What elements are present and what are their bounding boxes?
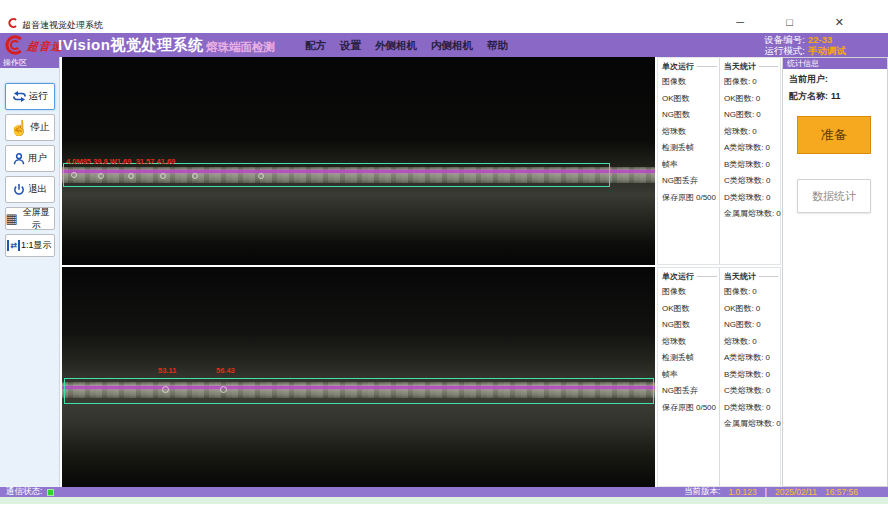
fullscreen-button-label: 全屏显示 [19,206,54,232]
device-number-label: 设备编号: [764,34,805,45]
stat-row: NG图数:0 [724,107,780,124]
stat-row: 图像数 [662,74,719,91]
stat-row: 检测丢帧 [662,350,719,367]
stat-row: 熔珠数 [662,334,719,351]
outer-camera-stats-panel: 单次运行 图像数OK图数NG图数熔珠数检测丢帧帧率NG图丢弃保存原图0/500 … [657,57,781,265]
window-titlebar: 超音速视觉处理系统 ─ □ ✕ [0,8,888,33]
measure-point-marker [71,172,77,178]
menu-item[interactable]: 内侧相机 [431,39,473,53]
recipe-name-value: 11 [831,91,841,101]
measure-point-marker [98,173,104,179]
one-to-one-button-label: 1:1显示 [21,239,52,252]
inner-camera-stats-panel: 单次运行 图像数OK图数NG图数熔珠数检测丢帧帧率NG图丢弃保存原图0/500 … [657,267,781,487]
today-stats-header: 当天统计 [724,61,780,72]
run-cycle-icon [12,89,27,104]
stat-row: 检测丢帧 [662,140,719,157]
recipe-name-row: 配方名称:11 [783,86,887,103]
stat-row: OK图数 [662,301,719,318]
info-panel-title: 统计信息 [783,58,887,69]
stat-row: 熔珠数 [662,124,719,141]
operation-sidebar: 操作区 运行 ☝ 停止 用户 退出 [0,57,60,487]
stat-row: 保存原图0/500 [662,400,719,417]
stat-row: C类熔珠数:0 [724,383,780,400]
time-value: 16:57:56 [825,487,858,497]
measure-point-marker [220,386,227,393]
inner-camera-viewport: 53.11 56.43 [62,267,655,487]
stat-row: NG图丢弃 [662,383,719,400]
menu-item[interactable]: 外侧相机 [375,39,417,53]
single-run-header: 单次运行 [662,271,719,282]
stat-row: A类熔珠数:0 [724,350,780,367]
stat-row: 帧率 [662,367,719,384]
power-icon [12,183,26,197]
fullscreen-grid-icon: ▦ [6,212,18,225]
stop-hand-icon: ☝ [10,120,29,135]
user-icon [12,152,26,166]
stat-row: 金属屑熔珠数:0 [724,416,780,433]
run-mode-value: 手动调试 [808,45,846,56]
sidebar-title: 操作区 [0,57,59,68]
menu-item[interactable]: 帮助 [487,39,508,53]
brand-logo-icon [3,35,24,55]
device-number-value: 22-33 [808,34,832,45]
stop-button-label: 停止 [30,121,49,134]
stat-row: C类熔珠数:0 [724,173,780,190]
measure-point-marker [162,386,169,393]
version-value: 1.0.123 [728,487,756,497]
minimize-button[interactable]: ─ [736,15,744,29]
fullscreen-button[interactable]: ▦ 全屏显示 [5,207,55,230]
menu-item[interactable]: 设置 [340,39,361,53]
info-panel: 统计信息 当前用户: 配方名称:11 准备 数据统计 [782,57,888,487]
stat-row: B类熔珠数:0 [724,157,780,174]
measurement-label: 53.11 [158,367,176,375]
menu-item[interactable]: 配方 [305,39,326,53]
one-to-one-button[interactable]: ⇄ 1:1显示 [5,234,55,257]
today-stats-header: 当天统计 [724,271,780,282]
comm-status-indicator [47,489,54,496]
date-value: 2025/02/11 [775,487,817,497]
stat-row: NG图数:0 [724,317,780,334]
device-info: 设备编号:22-33 运行模式:手动调试 [764,35,846,56]
desktop: 超音速视觉处理系统 ─ □ ✕ 超音速 IVision视觉处理系统 熔珠端面检测… [0,0,888,522]
stat-row: OK图数 [662,91,719,108]
stat-row: D类熔珠数:0 [724,190,780,207]
close-button[interactable]: ✕ [835,15,844,29]
app-logo-icon [7,18,18,28]
menu-bar: 配方设置外侧相机内侧相机帮助 [305,39,508,53]
run-button[interactable]: 运行 [5,83,55,110]
stat-row: 图像数:0 [724,74,780,91]
run-button-label: 运行 [29,90,48,103]
measure-point-marker [160,173,166,179]
maximize-button[interactable]: □ [786,15,793,29]
roi-rectangle [63,163,610,187]
prepare-button[interactable]: 准备 [797,116,871,154]
single-run-header: 单次运行 [662,61,719,72]
stat-row: NG图数 [662,107,719,124]
stat-row: NG图数 [662,317,719,334]
data-statistics-button[interactable]: 数据统计 [797,179,871,213]
page-title: IVision视觉处理系统 [58,36,203,55]
taskbar-edge [0,497,888,504]
stat-row: OK图数:0 [724,91,780,108]
stop-button[interactable]: ☝ 停止 [5,114,55,141]
stat-row: 保存原图0/500 [662,190,719,207]
measure-point-marker [128,173,134,179]
app-header: 超音速 IVision视觉处理系统 熔珠端面检测 配方设置外侧相机内侧相机帮助 … [0,33,888,57]
separator: | [765,487,767,497]
stat-row: 图像数:0 [724,284,780,301]
stat-row: 熔珠数:0 [724,124,780,141]
window-title: 超音速视觉处理系统 [22,19,103,32]
stat-row: 帧率 [662,157,719,174]
user-button[interactable]: 用户 [5,145,55,172]
one-to-one-icon: ⇄ [7,240,20,251]
measurement-label: 56.43 [216,367,235,375]
stat-row: 金属屑熔珠数:0 [724,206,780,223]
exit-button[interactable]: 退出 [5,176,55,203]
app-subtitle: 熔珠端面检测 [206,40,275,55]
window-controls: ─ □ ✕ [736,15,844,29]
run-mode-label: 运行模式: [764,45,805,56]
exit-button-label: 退出 [28,183,47,196]
measurement-annotation: 4.0M85 39.8 W1.69 31.57 41.69 [66,158,175,166]
stat-row: D类熔珠数:0 [724,400,780,417]
measure-point-marker [258,173,264,179]
